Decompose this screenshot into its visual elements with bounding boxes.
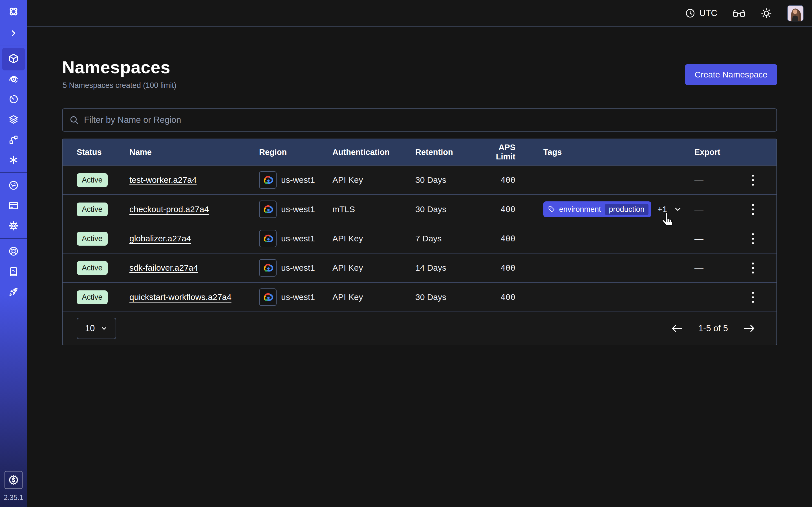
namespace-link[interactable]: checkout-prod.a27a4 <box>130 205 209 214</box>
sun-icon <box>761 8 772 19</box>
page-subtitle: 5 Namespaces created (100 limit) <box>63 81 176 90</box>
gauge-usage-icon <box>8 180 19 191</box>
table-header-row: Status Name Region Authentication Retent… <box>63 139 776 165</box>
col-status: Status <box>77 148 130 157</box>
sidebar-expand-button[interactable] <box>0 23 27 43</box>
reader-mode-button[interactable] <box>732 8 746 18</box>
status-badge: Active <box>77 232 108 245</box>
sidebar-item-support[interactable] <box>0 241 27 262</box>
avatar[interactable] <box>787 5 804 21</box>
table-row: Active checkout-prod.a27a4 us-west1 mTLS… <box>63 194 776 224</box>
auth-method: API Key <box>333 292 415 302</box>
temporal-logo <box>8 6 19 17</box>
export-value: — <box>695 233 745 244</box>
table-row: Active globalizer.a27a4 us-west1 API Key… <box>63 224 776 253</box>
top-bar: UTC <box>27 0 812 27</box>
sidebar-item-docs[interactable] <box>0 262 27 282</box>
row-menu-button[interactable] <box>745 229 760 248</box>
google-cloud-icon <box>259 288 276 306</box>
col-name: Name <box>130 148 259 157</box>
clock-icon <box>685 8 695 18</box>
aps-limit-value: 400 <box>480 292 515 302</box>
table-footer: 10 1-5 of 5 <box>63 312 776 345</box>
row-menu-button[interactable] <box>745 170 760 190</box>
retention-value: 7 Days <box>415 234 480 243</box>
sidebar-item-workflows[interactable] <box>0 129 27 150</box>
status-badge: Active <box>77 290 108 304</box>
namespace-link[interactable]: sdk-failover.a27a4 <box>130 263 198 272</box>
spiral-eye-icon <box>8 73 19 84</box>
sidebar-item-usage[interactable] <box>0 175 27 195</box>
table-row: Active quickstart-workflows.a27a4 us-wes… <box>63 282 776 312</box>
col-authentication: Authentication <box>333 148 415 157</box>
namespace-link[interactable]: test-worker.a27a4 <box>130 175 197 184</box>
google-cloud-icon <box>259 201 276 218</box>
app-version: 2.35.1 <box>0 494 27 502</box>
namespace-link[interactable]: quickstart-workflows.a27a4 <box>130 292 232 302</box>
timezone-label: UTC <box>699 8 717 18</box>
sidebar-item-schedules[interactable] <box>0 89 27 109</box>
row-menu-button[interactable] <box>745 287 760 307</box>
table-row: Active sdk-failover.a27a4 us-west1 API K… <box>63 253 776 282</box>
timer-icon <box>8 94 19 105</box>
tag-more-count: +1 <box>658 205 667 214</box>
export-value: — <box>695 292 745 302</box>
page-size-select[interactable]: 10 <box>77 318 116 339</box>
prev-page-button[interactable] <box>671 324 683 333</box>
retention-value: 14 Days <box>415 263 480 273</box>
filter-input[interactable] <box>84 115 770 125</box>
sidebar-item-nexus[interactable] <box>0 150 27 170</box>
col-region: Region <box>259 148 333 157</box>
dollar-badge-icon <box>8 474 19 486</box>
export-value: — <box>695 263 745 273</box>
sidebar-divider <box>0 238 27 239</box>
create-namespace-button[interactable]: Create Namespace <box>685 64 777 85</box>
retention-value: 30 Days <box>415 292 480 302</box>
region-label: us-west1 <box>281 292 315 302</box>
tag-value: production <box>605 204 649 215</box>
export-value: — <box>695 204 745 215</box>
row-menu-button[interactable] <box>745 258 760 278</box>
sidebar-item-billing[interactable] <box>0 195 27 216</box>
timezone-selector[interactable]: UTC <box>685 8 717 18</box>
sidebar-item-getting-started[interactable] <box>0 282 27 302</box>
namespace-link[interactable]: globalizer.a27a4 <box>130 234 191 243</box>
rocket-icon <box>8 286 19 297</box>
status-badge: Active <box>77 203 108 216</box>
sidebar-item-settings[interactable] <box>0 216 27 236</box>
aps-limit-value: 400 <box>480 234 515 243</box>
tags-group: environment production +1 <box>543 202 682 217</box>
billing-card-icon <box>8 200 19 211</box>
sidebar-item-logo[interactable] <box>0 0 27 23</box>
sidebar-item-insights[interactable] <box>0 69 27 89</box>
tag-icon <box>548 206 555 213</box>
chevron-right-expand-icon <box>9 29 18 38</box>
namespaces-table: Status Name Region Authentication Retent… <box>62 138 777 345</box>
sidebar-divider <box>0 46 27 46</box>
lifebuoy-support-icon <box>8 246 19 257</box>
cube-namespaces-icon <box>8 53 19 64</box>
sidebar-item-namespaces[interactable] <box>0 48 27 69</box>
col-retention: Retention <box>415 148 480 157</box>
auth-method: mTLS <box>333 205 415 214</box>
col-tags: Tags <box>515 148 695 157</box>
sidebar-divider <box>0 172 27 173</box>
tag-chip[interactable]: environment production <box>543 202 651 217</box>
auth-method: API Key <box>333 263 415 273</box>
status-badge: Active <box>77 173 108 187</box>
docs-book-icon <box>8 266 19 277</box>
sidebar-item-deployments[interactable] <box>0 109 27 129</box>
google-cloud-icon <box>259 259 276 277</box>
branch-icon <box>8 134 19 145</box>
next-page-button[interactable] <box>743 324 755 333</box>
theme-toggle-button[interactable] <box>761 8 772 19</box>
row-menu-button[interactable] <box>745 200 760 219</box>
table-row: Active test-worker.a27a4 us-west1 API Ke… <box>63 165 776 194</box>
retention-value: 30 Days <box>415 175 480 185</box>
chevron-down-icon[interactable] <box>673 205 682 214</box>
tag-key: environment <box>559 205 601 214</box>
search-icon <box>69 115 79 125</box>
credits-button[interactable] <box>4 471 22 489</box>
region-label: us-west1 <box>281 263 315 273</box>
glasses-icon <box>732 8 746 18</box>
